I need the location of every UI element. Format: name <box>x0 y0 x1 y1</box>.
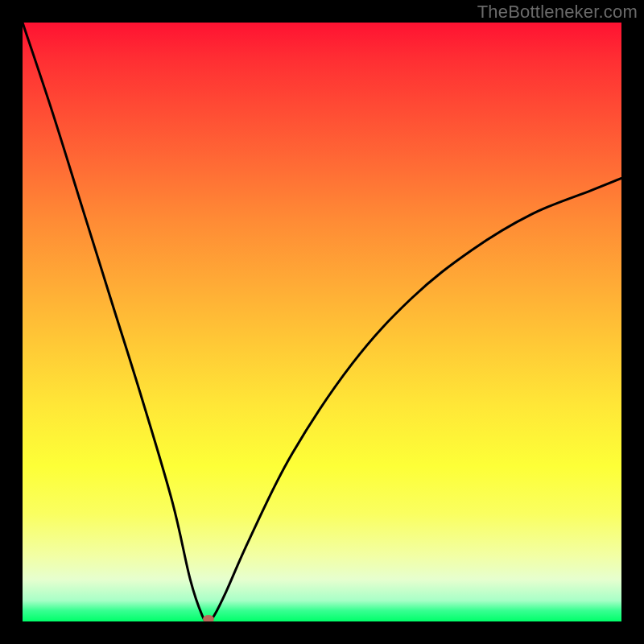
plot-area <box>23 23 621 621</box>
watermark-text: TheBottleneker.com <box>477 2 638 23</box>
chart-frame: TheBottleneker.com <box>0 0 644 644</box>
curve-path <box>23 23 621 621</box>
bottleneck-curve <box>23 23 621 621</box>
current-config-dot <box>203 615 214 621</box>
